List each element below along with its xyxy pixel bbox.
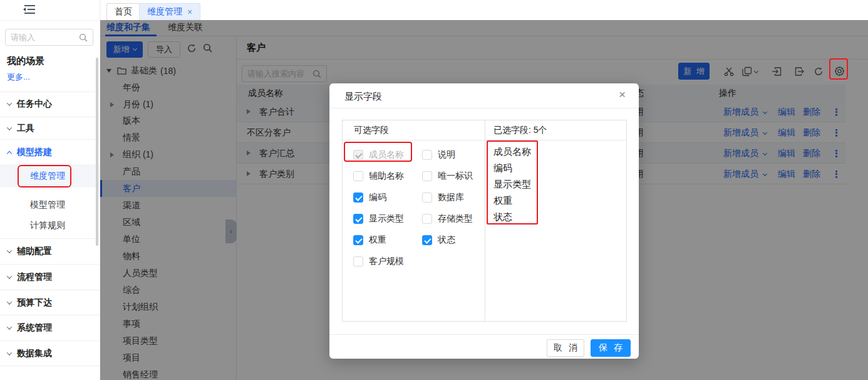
left-sidebar: 我的场景 更多... 任务中心 工具 模型搭建 维度管理 模型管理 计算规则 辅… bbox=[0, 0, 100, 380]
sidebar-item-model-management[interactable]: 模型管理 bbox=[0, 194, 100, 216]
divider bbox=[329, 334, 639, 335]
fields-transfer-box: 可选字段 已选字段: 5个 成员名称 说明 辅助名称 唯一标识 编码 数据库 显… bbox=[342, 120, 627, 322]
chevron-down-icon bbox=[7, 299, 12, 304]
checkbox-label: 成员名称 bbox=[369, 149, 404, 161]
chevron-down-icon bbox=[7, 324, 12, 329]
checkbox-member-name[interactable]: 成员名称 bbox=[353, 148, 404, 162]
checkbox-icon bbox=[422, 193, 432, 203]
sidebar-item-label: 计算规则 bbox=[30, 220, 65, 231]
checkbox-icon bbox=[422, 171, 432, 181]
tab-dimension-management[interactable]: 维度管理 × bbox=[139, 3, 200, 20]
sidebar-item-label: 模型搭建 bbox=[17, 147, 52, 158]
sidebar-item-label: 预算下达 bbox=[17, 297, 52, 309]
divider bbox=[485, 120, 485, 321]
chevron-down-icon bbox=[7, 273, 12, 278]
checkbox-aux-name[interactable]: 辅助名称 bbox=[353, 169, 404, 183]
checkbox-code[interactable]: 编码 bbox=[353, 191, 386, 204]
sidebar-item-label: 辅助配置 bbox=[17, 246, 52, 257]
selected-field-item: 状态 bbox=[493, 209, 531, 225]
header-label: 可选字段 bbox=[354, 125, 389, 136]
checkbox-label: 说明 bbox=[438, 149, 455, 161]
checkbox-unique-id[interactable]: 唯一标识 bbox=[422, 169, 473, 183]
sidebar-item-budget-release[interactable]: 预算下达 bbox=[0, 290, 100, 315]
selected-fields-list: 成员名称 编码 显示类型 权重 状态 bbox=[493, 144, 531, 225]
checkbox-label: 数据库 bbox=[438, 192, 464, 203]
selected-field-item: 权重 bbox=[493, 193, 531, 209]
chevron-down-icon bbox=[7, 125, 12, 130]
checkbox-icon bbox=[422, 150, 432, 160]
checkbox-description[interactable]: 说明 bbox=[422, 148, 455, 162]
checkbox-icon bbox=[353, 193, 363, 203]
selected-field-item: 编码 bbox=[493, 160, 531, 176]
selected-field-item: 显示类型 bbox=[493, 176, 531, 193]
divider bbox=[329, 108, 639, 108]
selected-fields-header: 已选字段: 5个 bbox=[485, 120, 627, 140]
close-icon[interactable]: × bbox=[187, 7, 192, 17]
checkbox-icon bbox=[353, 235, 363, 245]
sidebar-item-label: 流程管理 bbox=[17, 272, 52, 283]
sidebar-item-label: 工具 bbox=[17, 123, 34, 134]
page-tab-bar: 首页 维度管理 × bbox=[100, 0, 868, 20]
sidebar-item-calc-rules[interactable]: 计算规则 bbox=[0, 215, 100, 236]
selected-field-item: 成员名称 bbox=[493, 144, 531, 160]
menu-fold-icon[interactable] bbox=[23, 4, 35, 14]
close-icon[interactable]: × bbox=[619, 88, 626, 100]
divider bbox=[0, 20, 100, 21]
sidebar-item-label: 数据集成 bbox=[17, 348, 52, 359]
tab-label: 维度管理 bbox=[147, 6, 182, 18]
chevron-down-icon bbox=[7, 350, 12, 355]
checkbox-label: 状态 bbox=[438, 235, 455, 246]
checkbox-icon bbox=[422, 235, 432, 245]
sidebar-scrollbar[interactable] bbox=[96, 58, 98, 246]
sidebar-item-label: 维度管理 bbox=[30, 171, 65, 182]
checkbox-customer-scale[interactable]: 客户规模 bbox=[353, 255, 404, 268]
more-link[interactable]: 更多... bbox=[7, 71, 30, 83]
search-icon bbox=[79, 33, 88, 42]
checkbox-storage-type[interactable]: 存储类型 bbox=[422, 212, 473, 226]
checkbox-icon bbox=[353, 256, 363, 267]
checkbox-label: 权重 bbox=[369, 235, 386, 246]
divider bbox=[0, 139, 100, 140]
save-button[interactable]: 保 存 bbox=[591, 339, 631, 357]
sidebar-item-process-management[interactable]: 流程管理 bbox=[0, 265, 100, 290]
chevron-up-icon bbox=[7, 151, 12, 156]
display-fields-dialog: 显示字段 × 可选字段 已选字段: 5个 成员名称 说明 辅助名称 唯一标识 编… bbox=[329, 83, 639, 359]
checkbox-icon bbox=[353, 150, 363, 160]
sidebar-item-aux-config[interactable]: 辅助配置 bbox=[0, 239, 100, 264]
cancel-button[interactable]: 取 消 bbox=[547, 339, 584, 357]
chevron-down-icon bbox=[7, 100, 12, 105]
checkbox-status[interactable]: 状态 bbox=[422, 233, 455, 247]
checkbox-label: 显示类型 bbox=[369, 213, 404, 224]
tab-home[interactable]: 首页 bbox=[106, 3, 140, 20]
checkbox-label: 辅助名称 bbox=[369, 171, 404, 182]
checkbox-label: 编码 bbox=[369, 192, 386, 203]
checkbox-icon bbox=[422, 214, 432, 224]
checkbox-weight[interactable]: 权重 bbox=[353, 233, 386, 247]
available-fields-header: 可选字段 bbox=[343, 120, 485, 140]
sidebar-item-data-integration[interactable]: 数据集成 bbox=[0, 341, 100, 366]
tab-label: 首页 bbox=[115, 6, 132, 18]
checkbox-label: 客户规模 bbox=[369, 256, 404, 267]
sidebar-item-dimension-management[interactable]: 维度管理 bbox=[0, 164, 100, 187]
checkbox-label: 存储类型 bbox=[438, 213, 473, 224]
sidebar-item-tools[interactable]: 工具 bbox=[0, 117, 100, 139]
sidebar-search[interactable] bbox=[5, 29, 93, 46]
sidebar-item-label: 任务中心 bbox=[17, 98, 52, 110]
my-scene-title: 我的场景 bbox=[7, 55, 44, 67]
checkbox-database[interactable]: 数据库 bbox=[422, 191, 464, 204]
checkbox-icon bbox=[353, 214, 363, 224]
sidebar-item-label: 系统管理 bbox=[17, 322, 52, 334]
sidebar-item-system-management[interactable]: 系统管理 bbox=[0, 315, 100, 340]
sidebar-item-label: 模型管理 bbox=[30, 199, 65, 211]
checkbox-label: 唯一标识 bbox=[438, 171, 473, 182]
header-label: 已选字段: 5个 bbox=[493, 125, 547, 136]
sidebar-item-task-center[interactable]: 任务中心 bbox=[0, 92, 100, 117]
sidebar-item-model-building[interactable]: 模型搭建 bbox=[0, 140, 100, 164]
divider bbox=[0, 366, 100, 366]
chevron-down-icon bbox=[7, 248, 12, 253]
sidebar-search-input[interactable] bbox=[11, 33, 79, 42]
checkbox-icon bbox=[353, 171, 363, 181]
checkbox-display-type[interactable]: 显示类型 bbox=[353, 212, 404, 226]
dialog-title: 显示字段 bbox=[344, 91, 382, 103]
